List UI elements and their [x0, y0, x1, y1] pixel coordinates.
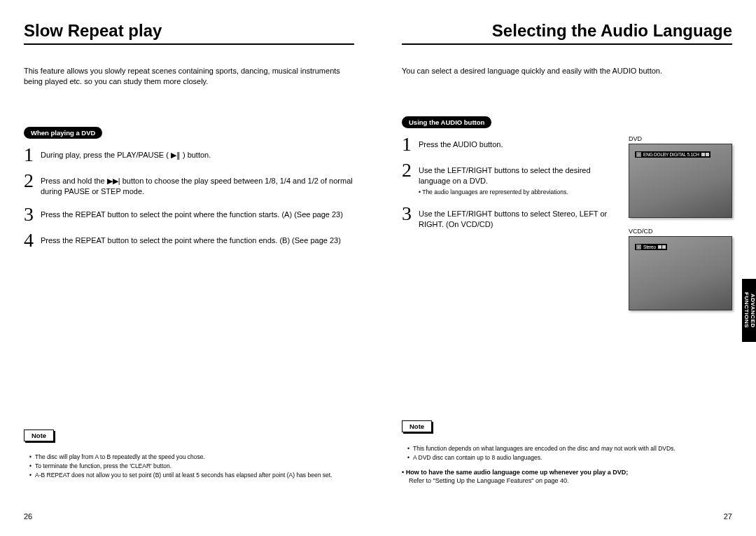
step-4: 4 Press the REPEAT button to select the …	[24, 231, 354, 249]
step-number: 2	[24, 172, 41, 189]
page-title: Slow Repeat play	[24, 21, 354, 45]
right-columns: 1 Press the AUDIO button. 2 Use the LEFT…	[402, 135, 732, 320]
manual-spread: Slow Repeat play This feature allows you…	[0, 0, 756, 536]
step-text: Press the AUDIO button.	[419, 135, 503, 150]
arrow-icons	[701, 153, 709, 156]
step-text: Use the LEFT/RIGHT buttons to select the…	[419, 161, 619, 196]
osd-text: ENG DOLBY DIGITAL 5.1CH	[643, 152, 699, 157]
osd-text: Stereo	[643, 245, 656, 249]
howto-text: How to have the same audio language come…	[406, 469, 629, 476]
step-2: 2 Use the LEFT/RIGHT buttons to select t…	[402, 161, 619, 196]
page-number: 27	[724, 512, 732, 521]
steps-column: 1 Press the AUDIO button. 2 Use the LEFT…	[402, 135, 619, 320]
page-left: Slow Repeat play This feature allows you…	[0, 0, 378, 536]
section-chip: When playing a DVD	[24, 127, 102, 139]
notes-section: Note The disc will play from A to B repe…	[24, 428, 354, 486]
page-title: Selecting the Audio Language	[402, 21, 732, 45]
howto-sub: Refer to "Setting Up the Language Featur…	[409, 476, 738, 486]
step-1: 1 During play, press the PLAY/PAUSE ( ▶‖…	[24, 146, 354, 163]
step-text: Press the REPEAT button to select the po…	[41, 205, 343, 220]
step-main-text: Use the LEFT/RIGHT buttons to select the…	[419, 166, 591, 185]
intro-text: You can select a desired language quickl…	[402, 66, 732, 76]
note-item: The disc will play from A to B repeatedl…	[35, 453, 354, 462]
step-number: 4	[24, 231, 41, 249]
section-chip: Using the AUDIO button	[402, 116, 491, 128]
step-number: 1	[402, 135, 419, 153]
step-2: 2 Press and hold the ▶▶| button to choos…	[24, 172, 354, 197]
osd-bar: ♪ Stereo	[635, 244, 667, 250]
note-item: To terminate the function, press the 'CL…	[35, 462, 354, 471]
step-number: 2	[402, 161, 419, 179]
tv-label-vcd: VCD/CD	[629, 228, 732, 235]
step-number: 3	[402, 205, 419, 222]
tv-screenshot-dvd: ♪ ENG DOLBY DIGITAL 5.1CH	[629, 144, 732, 218]
step-text: Press the REPEAT button to select the po…	[41, 231, 341, 246]
note-list: The disc will play from A to B repeatedl…	[24, 453, 354, 479]
arrow-icons	[658, 245, 666, 249]
tv-screenshot-vcd: ♪ Stereo	[629, 236, 732, 310]
step-text: During play, press the PLAY/PAUSE ( ▶‖ )…	[41, 146, 211, 160]
audio-icon: ♪	[636, 152, 641, 157]
note-item: A-B REPEAT does not allow you to set poi…	[35, 471, 354, 480]
note-list: This function depends on what languages …	[402, 444, 738, 462]
step-number: 3	[24, 205, 41, 223]
note-label: Note	[402, 420, 432, 432]
tv-column: DVD ♪ ENG DOLBY DIGITAL 5.1CH VCD/CD ♪ S…	[629, 135, 732, 320]
note-item: This function depends on what languages …	[413, 444, 738, 453]
step-text: Use the LEFT/RIGHT buttons to select Ste…	[419, 205, 619, 230]
section-tab: ADVANCED FUNCTIONS	[742, 279, 756, 342]
page-right: Selecting the Audio Language You can sel…	[378, 0, 756, 536]
osd-bar: ♪ ENG DOLBY DIGITAL 5.1CH	[635, 151, 710, 158]
intro-text: This feature allows you slowly repeat sc…	[24, 66, 354, 87]
step-text: Press and hold the ▶▶| button to choose …	[41, 172, 354, 197]
step-number: 1	[24, 146, 41, 163]
note-item: A DVD disc can contain up to 8 audio lan…	[413, 453, 738, 462]
step-1: 1 Press the AUDIO button.	[402, 135, 619, 153]
audio-icon: ♪	[636, 245, 641, 249]
howto-heading: • How to have the same audio language co…	[402, 468, 738, 477]
step-subnote: The audio languages are represented by a…	[419, 188, 619, 196]
step-3: 3 Press the REPEAT button to select the …	[24, 205, 354, 223]
note-label: Note	[24, 430, 54, 441]
notes-section: Note This function depends on what langu…	[402, 419, 738, 486]
step-3: 3 Use the LEFT/RIGHT buttons to select S…	[402, 205, 619, 230]
page-number: 26	[24, 512, 32, 521]
tv-label-dvd: DVD	[629, 135, 732, 142]
